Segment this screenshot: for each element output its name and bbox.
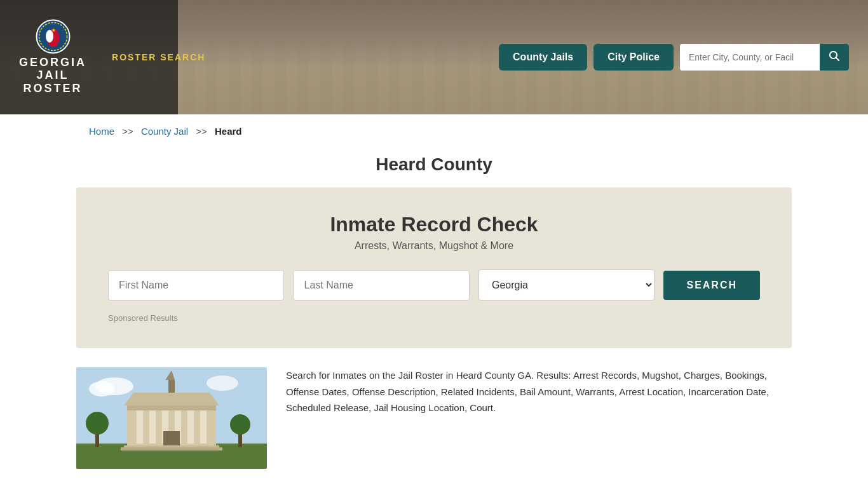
svg-rect-13 bbox=[127, 405, 216, 410]
county-building-image bbox=[76, 367, 267, 469]
county-jails-button[interactable]: County Jails bbox=[499, 44, 587, 71]
state-select[interactable]: AlabamaAlaskaArizonaArkansasCaliforniaCo… bbox=[478, 269, 654, 301]
inmate-search-form: AlabamaAlaskaArizonaArkansasCaliforniaCo… bbox=[108, 269, 760, 301]
breadcrumb: Home >> County Jail >> Heard bbox=[0, 114, 868, 148]
svg-marker-20 bbox=[124, 393, 219, 405]
breadcrumb-sep1: >> bbox=[122, 126, 133, 137]
first-name-input[interactable] bbox=[108, 270, 284, 301]
nav-roster-search[interactable]: ROSTER SEARCH bbox=[112, 52, 205, 62]
inmate-record-subtitle: Arrests, Warrants, Mugshot & More bbox=[108, 240, 760, 252]
breadcrumb-sep2: >> bbox=[196, 126, 207, 137]
svg-point-9 bbox=[89, 381, 114, 396]
svg-rect-24 bbox=[168, 380, 175, 393]
header-search-bar bbox=[680, 44, 849, 71]
svg-line-6 bbox=[836, 58, 839, 61]
svg-point-27 bbox=[86, 412, 109, 435]
site-logo[interactable]: ★ GEORGIA JAIL ROSTER bbox=[19, 19, 86, 96]
header-search-button[interactable] bbox=[820, 44, 849, 71]
building-illustration bbox=[76, 367, 267, 469]
svg-rect-18 bbox=[187, 410, 194, 444]
breadcrumb-current: Heard bbox=[215, 126, 242, 137]
bottom-description: Search for Inmates on the Jail Roster in… bbox=[286, 367, 792, 416]
last-name-input[interactable] bbox=[293, 270, 469, 301]
bottom-section: Search for Inmates on the Jail Roster in… bbox=[0, 348, 868, 488]
inmate-record-section: Inmate Record Check Arrests, Warrants, M… bbox=[76, 187, 792, 348]
georgia-seal-icon: ★ bbox=[36, 19, 71, 54]
logo-jail: JAIL bbox=[37, 69, 69, 82]
page-title-section: Heard County bbox=[0, 148, 868, 187]
header-search-input[interactable] bbox=[680, 46, 820, 69]
svg-text:★: ★ bbox=[51, 28, 55, 32]
city-police-button[interactable]: City Police bbox=[593, 44, 674, 71]
inmate-record-title: Inmate Record Check bbox=[108, 213, 760, 236]
logo-georgia: GEORGIA bbox=[19, 57, 86, 69]
breadcrumb-home[interactable]: Home bbox=[89, 126, 114, 137]
header-right: County Jails City Police bbox=[499, 44, 849, 71]
breadcrumb-county-jail[interactable]: County Jail bbox=[141, 126, 188, 137]
svg-rect-23 bbox=[121, 447, 222, 451]
svg-rect-21 bbox=[163, 431, 180, 447]
site-header: ★ GEORGIA JAIL ROSTER ROSTER SEARCH Coun… bbox=[0, 0, 868, 114]
bottom-description-text: Search for Inmates on the Jail Roster in… bbox=[286, 370, 769, 413]
svg-point-29 bbox=[230, 414, 250, 435]
svg-rect-14 bbox=[137, 410, 143, 444]
logo-roster: ROSTER bbox=[24, 82, 83, 95]
svg-point-10 bbox=[207, 376, 238, 391]
svg-rect-15 bbox=[149, 410, 156, 444]
search-icon bbox=[829, 50, 840, 62]
svg-rect-19 bbox=[200, 410, 207, 444]
sponsored-results-label: Sponsored Results bbox=[108, 313, 760, 323]
inmate-search-button[interactable]: SEARCH bbox=[663, 271, 760, 300]
page-title: Heard County bbox=[0, 154, 868, 175]
